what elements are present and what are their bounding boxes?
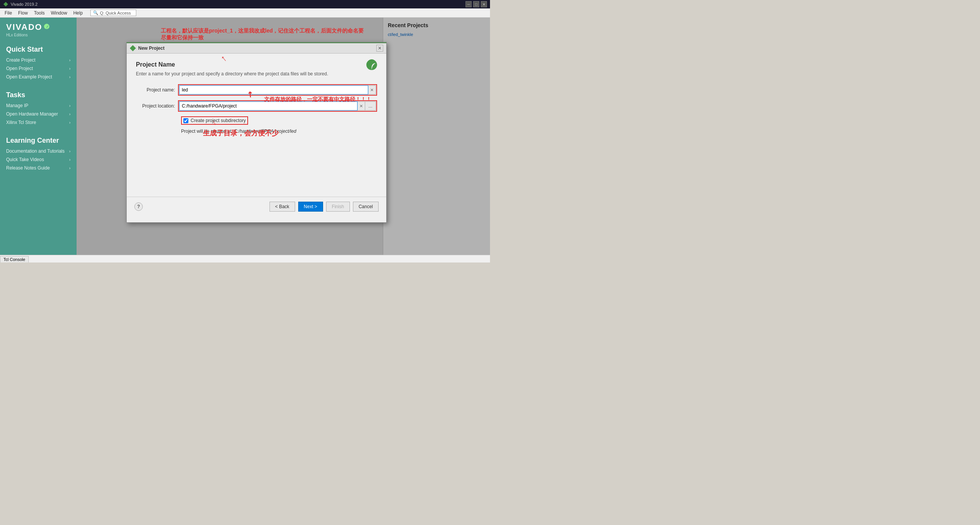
app-title: Vivado 2019.2 [11,2,38,7]
dialog-overlay: New Project ✕ Project Name Enter a name … [77,18,490,255]
dialog-title-left: New Project [130,45,165,51]
logo-subtitle: HLx Editions [0,33,77,42]
logo-leaf-icon [43,23,50,30]
project-name-input[interactable] [179,85,368,95]
cancel-button[interactable]: Cancel [353,202,379,212]
sidebar-item-quick-take[interactable]: Quick Take Videos › [0,155,77,164]
minimize-button[interactable]: ─ [466,1,472,7]
menu-file[interactable]: File [2,10,15,16]
project-name-clear-button[interactable]: ✕ [368,85,376,95]
quick-access-box[interactable]: 🔍 Q: Quick Access [90,10,136,16]
create-subdirectory-checkbox[interactable] [183,118,188,123]
app-icon [3,2,8,7]
section-quick-start: Quick Start Create Project › Open Projec… [0,42,77,81]
vivado-logo: VIVADO [6,22,50,32]
sidebar-item-open-example[interactable]: Open Example Project › [0,73,77,81]
release-notes-arrow: › [69,166,70,170]
open-example-arrow: › [69,75,70,79]
tcl-console-tab[interactable]: Tcl Console [0,256,29,262]
menu-tools[interactable]: Tools [31,10,48,16]
tasks-title: Tasks [0,87,77,101]
quick-start-title: Quick Start [0,42,77,56]
main-container: VIVADO HLx Editions Quick Start Create P… [0,18,490,255]
dialog-description: Enter a name for your project and specif… [136,71,377,77]
menu-flow[interactable]: Flow [15,10,31,16]
right-content: XILINX Recent Projects ct/led_twinkle Ne… [77,18,490,255]
manage-ip-arrow: › [69,104,70,108]
sidebar-item-release-notes[interactable]: Release Notes Guide › [0,164,77,172]
project-name-input-group: ✕ [178,84,377,96]
docs-arrow: › [69,149,70,153]
dialog-section-title: Project Name [136,61,377,68]
finish-button[interactable]: Finish [326,202,350,212]
learning-center-title: Learning Center [0,133,77,147]
dialog-close-button[interactable]: ✕ [376,45,383,52]
project-path-prefix: Project will be created at: [181,129,232,134]
new-project-dialog: New Project ✕ Project Name Enter a name … [126,42,387,223]
create-project-arrow: › [69,58,70,62]
back-button[interactable]: < Back [270,202,295,212]
menu-window[interactable]: Window [48,10,70,16]
project-name-row: Project name: ✕ [136,84,377,96]
dialog-footer: ? < Back Next > Finish Cancel [127,197,386,216]
title-bar: Vivado 2019.2 ─ □ ✕ [0,0,490,8]
section-tasks: Tasks Manage IP › Open Hardware Manager … [0,87,77,127]
close-button[interactable]: ✕ [481,1,487,7]
menu-bar: File Flow Tools Window Help 🔍 Q: Quick A… [0,8,490,18]
dialog-leaf-icon [365,58,379,72]
dialog-body: Project Name Enter a name for your proje… [127,54,386,142]
annotation-project-name: 工程名，默认应该是project_1，这里我改成led，记住这个工程名，后面文件… [161,27,364,41]
project-location-input[interactable] [179,101,358,111]
logo-text: VIVADO [6,22,42,32]
hw-manager-arrow: › [69,112,70,116]
project-location-row: Project location: ✕ … [136,100,377,112]
sidebar-item-documentation[interactable]: Documentation and Tutorials › [0,147,77,155]
help-button[interactable]: ? [134,202,143,211]
tcl-store-arrow: › [69,121,70,125]
sidebar-item-open-project[interactable]: Open Project › [0,64,77,73]
project-name-label: Project name: [136,87,178,93]
menu-help[interactable]: Help [70,10,86,16]
create-subdirectory-label: Create project subdirectory [191,118,246,123]
quick-take-arrow: › [69,158,70,162]
project-path-row: Project will be created at: C:/handware/… [181,129,377,134]
dialog-vivado-logo [365,58,379,73]
dialog-title: New Project [138,46,165,51]
project-location-label: Project location: [136,103,178,109]
sidebar-item-hardware-manager[interactable]: Open Hardware Manager › [0,110,77,118]
project-location-clear-button[interactable]: ✕ [358,101,365,111]
project-path-value: C:/handware/FPGA/project/led [234,129,296,134]
quick-access-placeholder: Q: Quick Access [100,11,131,15]
open-project-arrow: › [69,67,70,71]
dialog-vivado-icon [130,45,136,51]
section-learning-center: Learning Center Documentation and Tutori… [0,133,77,172]
maximize-button[interactable]: □ [473,1,479,7]
next-button[interactable]: Next > [298,202,323,212]
checkbox-wrapper: Create project subdirectory [181,116,248,125]
window-controls: ─ □ ✕ [466,1,487,7]
project-location-browse-button[interactable]: … [365,101,376,111]
checkbox-row: Create project subdirectory [181,116,377,125]
project-location-input-group: ✕ … [178,100,377,112]
sidebar-item-tcl-store[interactable]: Xilinx Tcl Store › [0,118,77,127]
svg-marker-0 [3,2,8,7]
sidebar-item-create-project[interactable]: Create Project › [0,56,77,64]
bottom-bar: Tcl Console [0,255,490,262]
sidebar: VIVADO HLx Editions Quick Start Create P… [0,18,77,255]
dialog-titlebar: New Project ✕ [127,43,386,54]
sidebar-item-manage-ip[interactable]: Manage IP › [0,101,77,110]
